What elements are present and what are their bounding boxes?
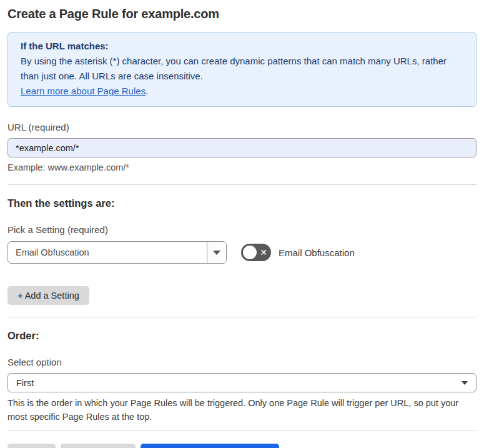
add-setting-button[interactable]: + Add a Setting — [7, 286, 89, 305]
page-title: Create a Page Rule for example.com — [7, 7, 477, 21]
chevron-down-icon — [462, 381, 468, 385]
setting-select-value: Email Obfuscation — [8, 242, 207, 263]
page-rule-form: Create a Page Rule for example.com If th… — [0, 0, 484, 448]
footer-actions: Cancel Save as Draft Save and Deploy Pag… — [7, 444, 477, 448]
order-select[interactable]: First — [7, 373, 477, 392]
toggle-knob — [243, 246, 257, 259]
link-period: . — [146, 86, 148, 96]
save-as-draft-button[interactable]: Save as Draft — [61, 444, 136, 448]
divider — [7, 317, 477, 317]
order-select-value: First — [16, 378, 462, 388]
cancel-button[interactable]: Cancel — [7, 444, 56, 448]
toggle-label: Email Obfuscation — [279, 247, 355, 258]
url-input[interactable] — [7, 138, 477, 157]
toggle-off-x-icon: ✕ — [260, 248, 267, 257]
chevron-down-icon — [213, 251, 220, 255]
setting-select-arrow-button[interactable] — [207, 242, 226, 263]
order-select-label: Select option — [7, 357, 477, 367]
email-obfuscation-toggle[interactable]: ✕ — [241, 244, 271, 261]
pick-setting-label: Pick a Setting (required) — [7, 224, 477, 235]
info-box-body: By using the asterisk (*) character, you… — [21, 54, 463, 99]
order-helper-text: This is the order in which your Page Rul… — [7, 396, 473, 424]
url-example-text: Example: www.example.com/* — [7, 162, 477, 172]
learn-more-link[interactable]: Learn more about Page Rules — [21, 86, 146, 96]
settings-section-heading: Then the settings are: — [7, 197, 477, 209]
url-match-info-box: If the URL matches: By using the asteris… — [7, 32, 477, 107]
info-box-heading: If the URL matches: — [21, 39, 463, 54]
info-box-body-text: By using the asterisk (*) character, you… — [21, 56, 447, 81]
setting-row: Email Obfuscation ✕ Email Obfuscation — [7, 241, 477, 264]
divider — [7, 430, 477, 431]
divider — [7, 184, 477, 185]
order-section-heading: Order: — [7, 330, 477, 342]
save-and-deploy-button[interactable]: Save and Deploy Page Rule — [141, 444, 279, 448]
setting-select[interactable]: Email Obfuscation — [7, 241, 227, 264]
url-field-label: URL (required) — [7, 122, 477, 132]
